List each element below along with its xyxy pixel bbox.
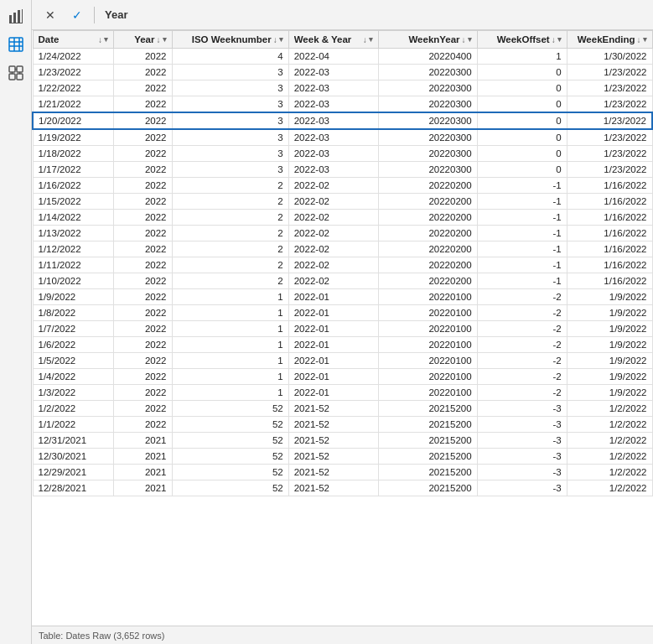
cell-date: 1/21/2022 [33,96,113,113]
cell-weekn_year: 20220100 [378,385,477,401]
table-row[interactable]: 1/24/2022202242022-042022040011/30/2022 [33,49,652,65]
table-row[interactable]: 1/17/2022202232022-032022030001/23/2022 [33,162,652,178]
table-row[interactable]: 1/9/2022202212022-0120220100-21/9/2022 [33,289,652,305]
filter-icon: ▾ [104,35,108,44]
svg-rect-13 [17,74,23,80]
cell-week_year: 2021-52 [288,401,378,417]
table-row[interactable]: 12/28/20212021522021-5220215200-31/2/202… [33,480,652,496]
cell-year: 2022 [113,305,172,321]
table-row[interactable]: 12/31/20212021522021-5220215200-31/2/202… [33,433,652,449]
cell-date: 1/1/2022 [33,417,113,433]
cell-year: 2022 [113,162,172,178]
cell-weekn_year: 20220200 [378,242,477,257]
cell-week_ending: 1/16/2022 [567,273,652,289]
table-row[interactable]: 1/15/2022202222022-0220220200-11/16/2022 [33,194,652,210]
col-header-year[interactable]: Year ↓ ▾ [113,31,172,49]
cell-week_ending: 1/2/2022 [567,465,652,480]
table-row[interactable]: 1/12/2022202222022-0220220200-11/16/2022 [33,242,652,257]
confirm-button[interactable]: ✓ [65,3,89,27]
table-row[interactable]: 1/1/20222022522021-5220215200-31/2/2022 [33,417,652,433]
table-row[interactable]: 1/13/2022202222022-0220220200-11/16/2022 [33,226,652,242]
cell-week_year: 2022-01 [288,321,378,337]
table-row[interactable]: 1/22/2022202232022-032022030001/23/2022 [33,80,652,96]
table-row[interactable]: 1/16/2022202222022-0220220200-11/16/2022 [33,178,652,194]
table-row[interactable]: 1/5/2022202212022-0120220100-21/9/2022 [33,353,652,369]
cell-week_ending: 1/23/2022 [567,146,652,162]
cell-week_ending: 1/9/2022 [567,385,652,401]
filter-icon: ▾ [163,35,167,44]
cell-year: 2022 [113,65,172,80]
table-row[interactable]: 12/30/20212021522021-5220215200-31/2/202… [33,449,652,465]
table-row[interactable]: 1/8/2022202212022-0120220100-21/9/2022 [33,305,652,321]
cell-weekn_year: 20220300 [378,80,477,96]
table-row[interactable]: 1/21/2022202232022-032022030001/23/2022 [33,96,652,113]
cell-week_offset: -3 [477,465,567,480]
cell-iso_weeknumber: 3 [172,96,288,113]
cell-week_offset: -1 [477,226,567,242]
cell-year: 2022 [113,257,172,273]
col-header-week_offset[interactable]: WeekOffset ↓ ▾ [477,31,567,49]
cell-week_offset: -3 [477,417,567,433]
cell-weekn_year: 20220100 [378,337,477,353]
col-header-date[interactable]: Date ↓ ▾ [33,31,113,49]
table-row[interactable]: 1/18/2022202232022-032022030001/23/2022 [33,146,652,162]
cell-week_year: 2022-01 [288,369,378,385]
cell-iso_weeknumber: 1 [172,385,288,401]
cell-iso_weeknumber: 2 [172,273,288,289]
table-icon[interactable] [3,32,29,57]
table-row[interactable]: 1/3/2022202212022-0120220100-21/9/2022 [33,385,652,401]
model-icon[interactable] [3,60,29,86]
cell-weekn_year: 20220300 [378,146,477,162]
table-row[interactable]: 1/19/2022202232022-032022030001/23/2022 [33,129,652,146]
cell-week_offset: 0 [477,65,567,80]
cell-weekn_year: 20215200 [378,480,477,496]
table-row[interactable]: 1/4/2022202212022-0120220100-21/9/2022 [33,369,652,385]
table-container[interactable]: Date ↓ ▾ Year ↓ ▾ ISO Weeknumber ↓ ▾ Wee… [32,30,653,626]
table-row[interactable]: 12/29/20212021522021-5220215200-31/2/202… [33,465,652,480]
cell-date: 12/31/2021 [33,433,113,449]
cell-week_ending: 1/2/2022 [567,449,652,465]
col-header-week_ending[interactable]: WeekEnding ↓ ▾ [567,31,652,49]
cell-year: 2021 [113,433,172,449]
table-row[interactable]: 1/20/2022202232022-032022030001/23/2022 [33,112,652,129]
cell-date: 1/22/2022 [33,80,113,96]
cell-weekn_year: 20215200 [378,401,477,417]
cell-week_ending: 1/9/2022 [567,321,652,337]
table-row[interactable]: 1/2/20222022522021-5220215200-31/2/2022 [33,401,652,417]
cell-iso_weeknumber: 1 [172,289,288,305]
cell-weekn_year: 20220200 [378,273,477,289]
cell-weekn_year: 20215200 [378,465,477,480]
cell-iso_weeknumber: 52 [172,401,288,417]
cell-week_offset: 0 [477,146,567,162]
table-row[interactable]: 1/11/2022202222022-0220220200-11/16/2022 [33,257,652,273]
col-header-week_year[interactable]: Week & Year ↓ ▾ [288,31,378,49]
cell-date: 1/24/2022 [33,49,113,65]
cell-week_ending: 1/16/2022 [567,226,652,242]
table-row[interactable]: 1/7/2022202212022-0120220100-21/9/2022 [33,321,652,337]
col-header-iso_weeknumber[interactable]: ISO Weeknumber ↓ ▾ [172,31,288,49]
cell-weekn_year: 20220100 [378,305,477,321]
cell-week_year: 2022-02 [288,226,378,242]
table-row[interactable]: 1/14/2022202222022-0220220200-11/16/2022 [33,210,652,226]
cell-week_offset: -1 [477,194,567,210]
filter-icon: ▾ [557,35,562,44]
close-button[interactable]: ✕ [39,3,62,27]
cell-iso_weeknumber: 52 [172,433,288,449]
cell-year: 2022 [113,385,172,401]
cell-year: 2022 [113,337,172,353]
filter-icon: ▾ [279,35,283,44]
cell-week_year: 2021-52 [288,417,378,433]
cell-iso_weeknumber: 3 [172,80,288,96]
cell-week_offset: -1 [477,210,567,226]
cell-iso_weeknumber: 2 [172,226,288,242]
cell-week_offset: -1 [477,242,567,257]
cell-iso_weeknumber: 3 [172,146,288,162]
table-row[interactable]: 1/6/2022202212022-0120220100-21/9/2022 [33,337,652,353]
chart-icon[interactable] [3,3,29,29]
cell-date: 1/4/2022 [33,369,113,385]
table-row[interactable]: 1/10/2022202222022-0220220200-11/16/2022 [33,273,652,289]
svg-rect-5 [9,38,23,51]
table-row[interactable]: 1/23/2022202232022-032022030001/23/2022 [33,65,652,80]
col-header-weekn_year[interactable]: WeeknYear ↓ ▾ [378,31,477,49]
header-row: Date ↓ ▾ Year ↓ ▾ ISO Weeknumber ↓ ▾ Wee… [33,31,652,49]
